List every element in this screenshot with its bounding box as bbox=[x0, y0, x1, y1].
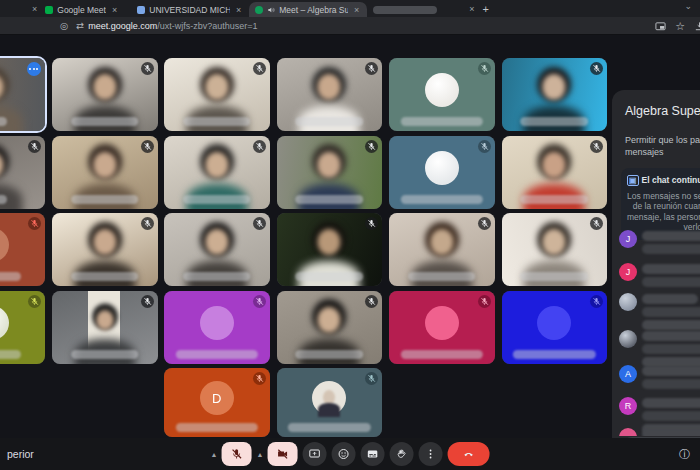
download-icon[interactable] bbox=[694, 21, 700, 32]
new-tab-button[interactable]: + bbox=[483, 3, 489, 15]
participant-tile[interactable] bbox=[389, 213, 495, 286]
close-icon[interactable]: × bbox=[234, 5, 243, 15]
participant-name-pill bbox=[0, 195, 7, 204]
mic-muted-icon bbox=[253, 140, 266, 153]
participant-name-pill bbox=[408, 272, 476, 281]
chat-message: 8:16 bbox=[619, 330, 700, 367]
avatar bbox=[537, 306, 571, 340]
chat-message: A bbox=[619, 365, 700, 389]
participant-name-pill bbox=[288, 423, 370, 432]
tab-meet-algebra-superior[interactable]: Meet – Algebra Superior × bbox=[249, 2, 367, 17]
participant-tile[interactable] bbox=[0, 291, 45, 364]
browser-tab-bar: × Google Meet × UNIVERSIDAD MICHOACANA D… bbox=[0, 0, 700, 17]
participant-tile[interactable] bbox=[277, 291, 383, 364]
participant-tile[interactable] bbox=[277, 136, 383, 209]
participant-tile[interactable] bbox=[52, 213, 158, 286]
url-text[interactable]: meet.google.com/uxt-wjfs-zbv?authuser=1 bbox=[88, 21, 257, 31]
participant-tile[interactable] bbox=[502, 136, 608, 209]
mic-muted-icon bbox=[253, 217, 266, 230]
camera-button[interactable] bbox=[267, 442, 297, 466]
participant-tile[interactable] bbox=[502, 58, 608, 131]
tab-google-meet[interactable]: Google Meet × bbox=[39, 2, 131, 17]
reactions-button[interactable] bbox=[331, 442, 355, 466]
avatar bbox=[619, 330, 637, 348]
participant-tile[interactable] bbox=[389, 136, 495, 209]
mic-muted-icon bbox=[478, 217, 491, 230]
participant-tile[interactable] bbox=[52, 136, 158, 209]
chat-panel-title: Algebra Superior bbox=[612, 90, 700, 118]
participant-tile[interactable] bbox=[277, 213, 383, 286]
participant-tile[interactable] bbox=[389, 58, 495, 131]
redacted-tab-title bbox=[373, 6, 437, 14]
address-bar[interactable]: ◎ ⇄ meet.google.com/uxt-wjfs-zbv?authuse… bbox=[0, 17, 700, 35]
avatar-letter: D bbox=[212, 391, 221, 406]
more-options-button[interactable] bbox=[418, 442, 442, 466]
participant-name-pill bbox=[401, 350, 483, 359]
participant-tile[interactable] bbox=[0, 58, 45, 131]
url-path: /uxt-wjfs-zbv?authuser=1 bbox=[157, 21, 257, 31]
avatar bbox=[619, 428, 637, 436]
participant-name-pill bbox=[295, 272, 363, 281]
url-domain: meet.google.com bbox=[88, 21, 157, 31]
address-bar-actions: ☆ bbox=[655, 17, 700, 35]
chevron-down-icon[interactable]: ⌄ bbox=[684, 1, 692, 11]
mic-muted-icon bbox=[365, 217, 378, 230]
chevron-up-icon[interactable]: ▲ bbox=[211, 451, 218, 458]
participant-tile[interactable] bbox=[0, 136, 45, 209]
mic-muted-icon bbox=[253, 62, 266, 75]
redacted-message-text bbox=[642, 294, 698, 304]
close-icon[interactable]: × bbox=[30, 4, 39, 14]
participant-name-pill bbox=[71, 195, 139, 204]
bookmark-star-icon[interactable]: ☆ bbox=[675, 20, 685, 33]
participant-name-pill bbox=[0, 272, 21, 281]
mic-button[interactable] bbox=[222, 442, 252, 466]
tab-label: UNIVERSIDAD MICHOACANA D bbox=[149, 5, 230, 15]
participant-tile[interactable] bbox=[277, 368, 383, 437]
chat-message bbox=[619, 293, 700, 330]
participant-name-pill bbox=[520, 195, 588, 204]
mic-muted-icon bbox=[478, 295, 491, 308]
site-info-icon[interactable]: ◎ bbox=[60, 20, 68, 31]
participant-tile[interactable] bbox=[164, 291, 270, 364]
redacted-message-text bbox=[642, 264, 700, 274]
redacted-message-text bbox=[642, 379, 700, 389]
avatar bbox=[425, 306, 459, 340]
chat-message-list: JJ8:16AR bbox=[612, 218, 700, 436]
close-icon[interactable]: × bbox=[467, 4, 476, 14]
participant-tile[interactable] bbox=[164, 213, 270, 286]
info-icon[interactable]: ⓘ bbox=[679, 447, 690, 462]
present-button[interactable] bbox=[302, 442, 326, 466]
participant-tile[interactable] bbox=[502, 291, 608, 364]
chevron-up-icon[interactable]: ▲ bbox=[257, 451, 264, 458]
close-icon[interactable]: × bbox=[352, 5, 361, 15]
avatar-photo-torso bbox=[318, 403, 340, 417]
avatar bbox=[200, 306, 234, 340]
captions-button[interactable] bbox=[360, 442, 384, 466]
participant-name-pill bbox=[295, 195, 363, 204]
university-favicon-icon bbox=[137, 6, 145, 14]
avatar bbox=[425, 73, 459, 107]
tab-redacted[interactable] bbox=[367, 2, 467, 17]
tab-universidad[interactable]: UNIVERSIDAD MICHOACANA D × bbox=[131, 2, 249, 17]
mic-muted-icon bbox=[365, 140, 378, 153]
participant-tile[interactable]: D bbox=[164, 368, 270, 437]
close-icon[interactable]: × bbox=[110, 5, 119, 15]
participant-tile[interactable] bbox=[0, 213, 45, 286]
participant-tile[interactable] bbox=[277, 58, 383, 131]
participant-tile[interactable] bbox=[164, 136, 270, 209]
mic-muted-icon bbox=[590, 62, 603, 75]
mic-muted-icon bbox=[253, 372, 266, 385]
picture-in-picture-icon[interactable] bbox=[655, 21, 666, 32]
call-controls: ▲▲ bbox=[211, 442, 490, 466]
mic-muted-icon bbox=[478, 140, 491, 153]
participant-tile[interactable] bbox=[389, 291, 495, 364]
participant-tile[interactable] bbox=[52, 291, 158, 364]
mic-muted-icon bbox=[28, 295, 41, 308]
tab-label: Google Meet bbox=[57, 5, 106, 15]
raise-hand-button[interactable] bbox=[389, 442, 413, 466]
end-call-button[interactable] bbox=[447, 442, 489, 466]
participant-tile[interactable] bbox=[502, 213, 608, 286]
participant-tile[interactable] bbox=[164, 58, 270, 131]
participant-tile[interactable] bbox=[52, 58, 158, 131]
participant-face-blurred bbox=[96, 310, 113, 330]
